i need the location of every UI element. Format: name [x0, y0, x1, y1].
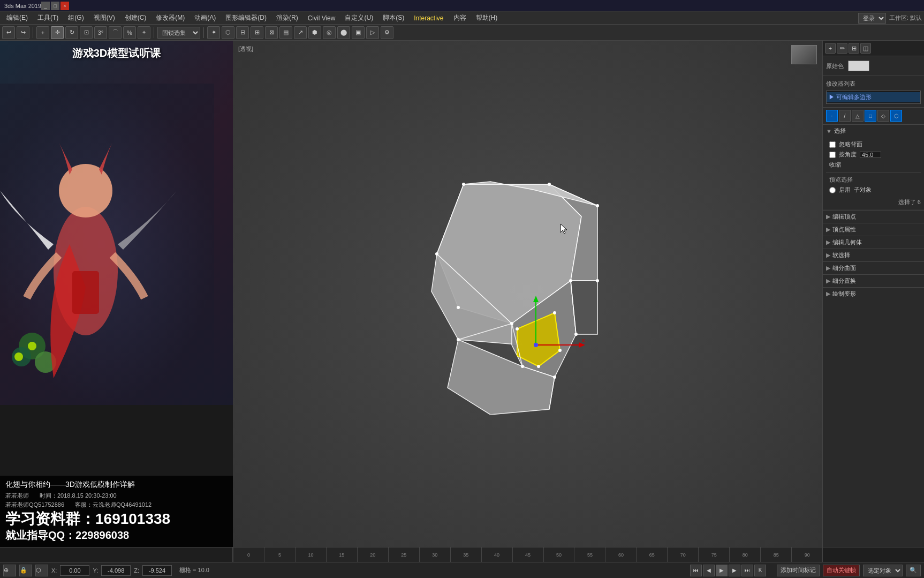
- render-frame-button[interactable]: ▣: [352, 26, 365, 39]
- tool-btn-snap[interactable]: ⌖: [138, 26, 150, 39]
- tick-65[interactable]: 65: [636, 547, 667, 562]
- curve-editor-button[interactable]: ↗: [294, 26, 307, 39]
- tick-45[interactable]: 45: [512, 547, 543, 562]
- soft-select-expand[interactable]: ▶ 软选择: [823, 249, 924, 261]
- rp-icon-1[interactable]: +: [825, 43, 836, 54]
- edit-geom-expand[interactable]: ▶ 编辑几何体: [823, 236, 924, 249]
- border-mode-btn[interactable]: △: [852, 110, 864, 122]
- enable-radio[interactable]: [829, 187, 836, 193]
- tick-90[interactable]: 90: [791, 547, 822, 562]
- quick-render-button[interactable]: ▷: [366, 26, 379, 39]
- window-controls[interactable]: _ □ ×: [41, 2, 69, 10]
- menu-graph-editor[interactable]: 图形编辑器(D): [221, 12, 271, 24]
- selection-filter-dropdown[interactable]: 固锁选集: [157, 27, 200, 39]
- material-editor-button[interactable]: ◎: [323, 26, 336, 39]
- tick-30[interactable]: 30: [419, 547, 450, 562]
- tick-85[interactable]: 85: [760, 547, 791, 562]
- menu-civil-view[interactable]: Civil View: [304, 13, 340, 23]
- named-select-button[interactable]: ✦: [207, 26, 220, 39]
- render-last-button[interactable]: ⚙: [381, 26, 393, 39]
- subdiv-surf-expand[interactable]: ▶ 细分曲面: [823, 261, 924, 274]
- select-button[interactable]: +: [36, 26, 49, 39]
- status-icon-3[interactable]: ⬡: [35, 565, 48, 576]
- tick-15[interactable]: 15: [326, 547, 357, 562]
- poly-mode-btn[interactable]: □: [865, 110, 876, 122]
- add-time-tag-button[interactable]: 添加时间标记: [777, 565, 820, 576]
- subdiv-disp-expand[interactable]: ▶ 细分置换: [823, 274, 924, 287]
- manage-layers-button[interactable]: ▤: [279, 26, 292, 39]
- key-mode-button[interactable]: K: [754, 565, 766, 576]
- menu-script[interactable]: 脚本(S): [378, 12, 408, 24]
- z-input[interactable]: [142, 565, 172, 576]
- tick-55[interactable]: 55: [574, 547, 605, 562]
- next-frame-button[interactable]: ▶: [729, 565, 740, 576]
- menu-render[interactable]: 渲染(R): [272, 12, 302, 24]
- play-button[interactable]: ▶: [716, 565, 728, 576]
- tick-0[interactable]: 0: [233, 547, 264, 562]
- tick-50[interactable]: 50: [543, 547, 574, 562]
- angle-input[interactable]: [860, 152, 881, 158]
- prev-frame-button[interactable]: ◀: [703, 565, 715, 576]
- modifier-item-editable-poly[interactable]: ▶ 可编辑多边形: [827, 92, 920, 102]
- timeline-ticks[interactable]: 0 5 10 15 20 25 30 35 40 45 50 55 60 65 …: [233, 547, 822, 562]
- edge-mode-btn[interactable]: /: [839, 110, 851, 122]
- status-icon-2[interactable]: 🔒: [19, 565, 32, 576]
- viewport-canvas[interactable]: ×: [233, 41, 822, 547]
- rp-icon-3[interactable]: ⊞: [849, 43, 859, 54]
- edit-vertices-expand[interactable]: ▶ 编辑顶点: [823, 210, 924, 223]
- quick-align-button[interactable]: ⊠: [265, 26, 278, 39]
- menu-help[interactable]: 帮助(H): [472, 12, 502, 24]
- tick-35[interactable]: 35: [450, 547, 481, 562]
- preview-thumbnail[interactable]: [791, 45, 817, 64]
- tick-70[interactable]: 70: [667, 547, 698, 562]
- rp-icon-2[interactable]: ✏: [837, 43, 847, 54]
- y-input[interactable]: [101, 565, 131, 576]
- angle-checkbox[interactable]: [829, 152, 836, 158]
- color-swatch[interactable]: [848, 61, 869, 71]
- menu-modifier[interactable]: 修改器(M): [152, 12, 189, 24]
- x-input[interactable]: [60, 565, 89, 576]
- menu-animate[interactable]: 动画(A): [190, 12, 220, 24]
- mirror-button[interactable]: ⬡: [222, 26, 234, 39]
- auto-key-button[interactable]: 自动关键帧: [823, 565, 860, 576]
- menu-customize[interactable]: 自定义(U): [340, 12, 377, 24]
- tick-75[interactable]: 75: [698, 547, 729, 562]
- menu-content[interactable]: 内容: [449, 12, 471, 24]
- element-mode-btn[interactable]: ◇: [877, 110, 889, 122]
- viewport[interactable]: ×: [233, 41, 822, 547]
- tick-25[interactable]: 25: [388, 547, 419, 562]
- tick-5[interactable]: 5: [264, 547, 295, 562]
- tick-80[interactable]: 80: [729, 547, 760, 562]
- set-key-dropdown[interactable]: 选定对象: [863, 565, 903, 576]
- tick-60[interactable]: 60: [605, 547, 636, 562]
- align-button[interactable]: ⊟: [236, 26, 249, 39]
- status-icon-1[interactable]: ⊕: [3, 565, 16, 576]
- menu-view[interactable]: 视图(V): [89, 12, 119, 24]
- backface-checkbox[interactable]: [829, 141, 836, 148]
- vertex-props-expand[interactable]: ▶ 顶点属性: [823, 223, 924, 236]
- redo-button[interactable]: ↪: [17, 26, 29, 39]
- rp-extra-btn[interactable]: ⬡: [890, 110, 902, 122]
- paint-deform-expand[interactable]: ▶ 绘制变形: [823, 287, 924, 300]
- key-filters-button[interactable]: 🔍: [906, 565, 921, 576]
- scale-button[interactable]: ⊡: [80, 26, 93, 39]
- minimize-button[interactable]: _: [41, 2, 50, 10]
- selection-expand[interactable]: ▼ 选择: [823, 124, 924, 137]
- menu-tools[interactable]: 工具(T): [33, 12, 63, 24]
- tick-20[interactable]: 20: [357, 547, 388, 562]
- rp-icon-4[interactable]: ◫: [860, 43, 871, 54]
- array-button[interactable]: ⊞: [251, 26, 263, 39]
- undo-button[interactable]: ↩: [2, 26, 15, 39]
- maximize-button[interactable]: □: [51, 2, 59, 10]
- schematic-view-button[interactable]: ⬢: [308, 26, 321, 39]
- tool-btn-3[interactable]: 3°: [94, 26, 107, 39]
- render-setup-button[interactable]: ⬤: [337, 26, 350, 39]
- go-end-button[interactable]: ⏭: [741, 565, 753, 576]
- tick-10[interactable]: 10: [295, 547, 326, 562]
- go-start-button[interactable]: ⏮: [690, 565, 702, 576]
- menu-frames[interactable]: 编辑(E): [2, 12, 32, 24]
- tool-btn-pct[interactable]: %: [123, 26, 136, 39]
- login-dropdown[interactable]: 登录: [858, 13, 886, 24]
- menu-interactive[interactable]: Interactive: [410, 13, 448, 23]
- timeline-area[interactable]: 0 5 10 15 20 25 30 35 40 45 50 55 60 65 …: [0, 547, 924, 562]
